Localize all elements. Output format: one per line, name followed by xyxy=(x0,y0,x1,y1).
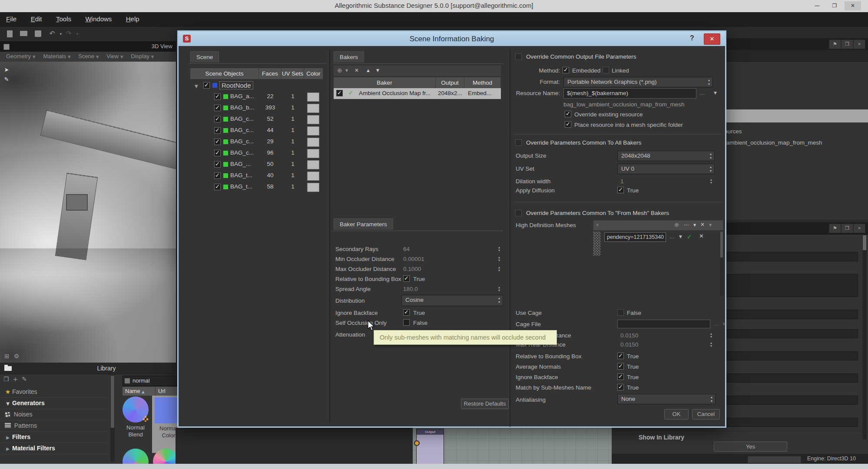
hdm-scrollbar[interactable] xyxy=(720,231,723,296)
row-checkbox[interactable] xyxy=(214,116,221,122)
menu-help[interactable]: Help xyxy=(126,12,139,23)
gear-icon[interactable]: ⚙ xyxy=(14,353,24,360)
undo-icon[interactable]: ↶ xyxy=(48,30,56,37)
rootnode-checkbox[interactable] xyxy=(203,82,210,89)
column-uv-sets[interactable]: UV Sets xyxy=(282,68,304,79)
viewport-bottom-tools[interactable]: ⊞⚙ xyxy=(4,353,23,360)
row-checkbox[interactable] xyxy=(214,172,221,179)
viewport-3d-canvas[interactable] xyxy=(0,62,176,363)
output-node[interactable]: Output xyxy=(416,429,444,464)
resource-dropdown-icon[interactable]: ▼ xyxy=(714,91,717,95)
open-file-icon[interactable] xyxy=(20,31,27,36)
output-size-dropdown[interactable]: 2048x2048▴▾ xyxy=(617,151,715,161)
menu-windows[interactable]: Windows xyxy=(85,12,112,23)
row-checkbox[interactable] xyxy=(214,184,221,190)
library-scrollbar[interactable] xyxy=(110,375,115,462)
override-existing-checkbox[interactable] xyxy=(565,111,571,117)
hdm-item-dropdown-icon[interactable]: ▼ xyxy=(679,234,682,239)
row-checkbox[interactable] xyxy=(214,127,221,134)
color-swatch[interactable] xyxy=(307,104,319,113)
color-swatch[interactable] xyxy=(307,183,319,192)
tree-item-rootnode[interactable]: RootNode xyxy=(219,81,253,89)
scene-menu[interactable]: Scene ▼ xyxy=(78,52,99,59)
tree-item[interactable]: BAG_t... xyxy=(230,172,252,178)
param-value[interactable]: 180.0 xyxy=(403,286,418,292)
restore-defaults-button[interactable]: Restore Defaults xyxy=(461,399,509,409)
library-item-material-filters[interactable]: ▶Material Filters xyxy=(0,443,109,454)
tree-item[interactable]: BAG_a... xyxy=(230,93,254,99)
column-faces[interactable]: Faces xyxy=(259,68,282,79)
format-dropdown[interactable]: Portable Network Graphics (*.png)▴▾ xyxy=(563,77,713,87)
spinner-icon[interactable]: ▴▾ xyxy=(498,266,500,272)
pin-icon[interactable]: ⚑ xyxy=(829,40,841,49)
hdm-dropdown2-icon[interactable]: ▼ xyxy=(709,223,712,227)
column-baker[interactable]: Baker xyxy=(334,77,436,88)
param-value[interactable]: 64 xyxy=(403,246,410,252)
spinner-icon[interactable]: ▴▾ xyxy=(710,332,712,338)
move-down-icon[interactable]: ▼ xyxy=(376,68,379,73)
library-item-filters[interactable]: ▶Filters xyxy=(0,431,109,443)
tree-item[interactable]: BAG_c... xyxy=(230,116,254,122)
pin-icon[interactable]: ⚑ xyxy=(829,224,841,233)
row-checkbox[interactable] xyxy=(214,139,221,145)
materials-menu[interactable]: Materials ▼ xyxy=(43,52,70,59)
spinner-icon[interactable]: ▴▾ xyxy=(498,246,500,252)
apply-diffusion-checkbox[interactable] xyxy=(617,187,624,193)
hdm-drag-handle[interactable] xyxy=(593,231,600,256)
param-checkbox[interactable] xyxy=(403,275,410,282)
hdm-dropdown-icon[interactable]: ▼ xyxy=(693,223,696,227)
viewport-edge-tools[interactable]: ➤✎ xyxy=(3,65,10,84)
add-baker-dropdown-icon[interactable]: ▼ xyxy=(345,69,348,73)
tree-item[interactable]: BAG_c... xyxy=(230,138,254,145)
use-cage-checkbox[interactable] xyxy=(617,309,624,316)
row-checkbox[interactable] xyxy=(214,150,221,156)
hdm-item-input[interactable]: pendency=1217135340 xyxy=(604,232,666,242)
param-value[interactable]: 0.00001 xyxy=(403,256,424,262)
color-swatch[interactable] xyxy=(307,138,319,147)
row-checkbox[interactable] xyxy=(214,161,221,168)
spinner-icon[interactable]: ▴▾ xyxy=(710,341,712,347)
pencil-tool-icon[interactable]: ✎ xyxy=(4,76,9,83)
tree-item[interactable]: BAG_b... xyxy=(230,104,254,111)
spinner-icon[interactable]: ▴▾ xyxy=(498,286,500,292)
spinner-icon[interactable]: ▴▾ xyxy=(710,178,712,184)
tab-baker-parameters[interactable]: Baker Parameters xyxy=(334,218,393,230)
tree-item[interactable]: BAG_c... xyxy=(230,127,254,133)
override-output-checkbox[interactable] xyxy=(515,53,522,60)
embedded-checkbox[interactable] xyxy=(563,67,569,73)
color-swatch[interactable] xyxy=(307,149,319,158)
baker-row[interactable]: ✓ Ambient Occlusion Map fr... 2048x2... … xyxy=(334,88,501,99)
dialog-titlebar[interactable]: S Scene Information Baking ? ✕ xyxy=(179,32,725,46)
hdm-collapse-icon[interactable]: ▼ xyxy=(596,223,599,227)
graph-grid-area[interactable]: Output xyxy=(413,428,636,464)
override-frommesh-checkbox[interactable] xyxy=(515,210,522,216)
node-port[interactable] xyxy=(414,440,420,446)
cage-dropdown-icon[interactable]: ▼ xyxy=(722,322,726,326)
cascade-icon[interactable]: ❐ xyxy=(841,224,853,233)
library-item-generators[interactable]: ▼Generators xyxy=(0,397,109,409)
mesh-folder-checkbox[interactable] xyxy=(565,121,571,128)
distribution-dropdown[interactable]: Cosine▴▾ xyxy=(401,295,503,306)
baker-enabled-checkbox[interactable] xyxy=(336,90,343,96)
hdm-item-browse[interactable]: ... xyxy=(669,234,674,240)
geometry-menu[interactable]: Geometry ▼ xyxy=(6,52,36,59)
add-icon[interactable]: + xyxy=(13,376,22,383)
close-button[interactable]: ✕ xyxy=(845,1,861,10)
cursor-tool-icon[interactable]: ➤ xyxy=(4,66,9,73)
row-checkbox[interactable] xyxy=(214,93,221,100)
library-toolbar[interactable]: ❐+✎ xyxy=(3,376,31,383)
color-swatch[interactable] xyxy=(307,126,319,135)
param-checkbox[interactable] xyxy=(403,319,410,326)
redo-dropdown-icon[interactable]: ▾ xyxy=(73,32,82,40)
avg-normals-checkbox[interactable] xyxy=(617,363,624,370)
new-file-icon[interactable] xyxy=(7,30,13,37)
delete-baker-icon[interactable]: ✕ xyxy=(354,67,359,73)
resource-name-input[interactable]: $(mesh)_$(bakername) xyxy=(563,88,696,99)
column-color[interactable]: Color xyxy=(304,68,323,79)
save-icon[interactable] xyxy=(35,30,41,37)
panel-close-icon[interactable]: × xyxy=(853,224,865,233)
column-output-size[interactable]: Output Size xyxy=(436,77,464,88)
cage-file-input[interactable] xyxy=(617,320,710,328)
hdm-delete-icon[interactable]: ✕ xyxy=(700,221,705,228)
color-swatch[interactable] xyxy=(307,115,319,124)
